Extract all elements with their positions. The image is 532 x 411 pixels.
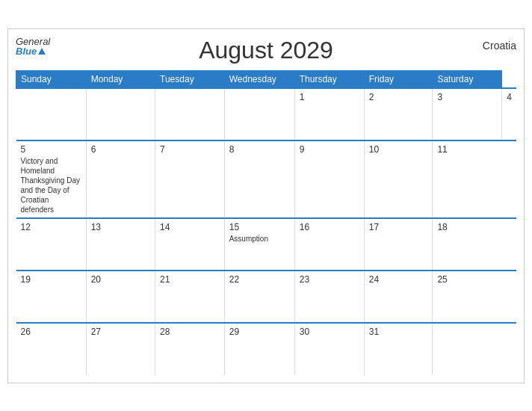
- weekday-wednesday: Wednesday: [224, 70, 294, 88]
- day-number: 4: [507, 92, 512, 102]
- calendar-day: 10: [364, 140, 433, 218]
- day-number: 31: [369, 327, 428, 337]
- calendar-day: 5Victory and Homeland Thanksgiving Day a…: [16, 140, 87, 218]
- calendar-week-row: 262728293031: [16, 323, 517, 375]
- day-number: 18: [437, 222, 497, 232]
- calendar-day: 24: [364, 271, 433, 323]
- weekday-friday: Friday: [364, 70, 433, 88]
- calendar-day: 30: [294, 323, 364, 375]
- calendar-day: 31: [364, 323, 433, 375]
- calendar-day: 6: [86, 140, 155, 218]
- calendar-week-row: 12131415Assumption161718: [16, 218, 517, 271]
- calendar-day: 8: [224, 140, 294, 218]
- weekday-tuesday: Tuesday: [155, 70, 225, 88]
- calendar-day: 17: [364, 218, 433, 271]
- day-number: 3: [437, 92, 497, 102]
- logo: General Blue: [16, 37, 50, 56]
- calendar-day: [155, 88, 225, 140]
- calendar-day: [433, 323, 502, 375]
- calendar-day: 21: [155, 271, 225, 323]
- calendar-day: 19: [16, 271, 87, 323]
- calendar-day: [224, 88, 294, 140]
- day-number: 2: [369, 92, 428, 102]
- day-number: 20: [91, 274, 150, 285]
- calendar-day: 16: [294, 218, 364, 271]
- calendar-day-empty: [16, 88, 87, 140]
- calendar-day: 2: [364, 88, 433, 140]
- calendar-day: 14: [155, 218, 225, 271]
- day-number: 24: [369, 274, 428, 285]
- day-number: 8: [229, 144, 290, 155]
- day-number: 15: [229, 222, 290, 232]
- calendar-day: 3: [433, 88, 502, 140]
- calendar-day: 15Assumption: [224, 218, 294, 271]
- month-title: August 2029: [199, 37, 333, 64]
- calendar-container: General Blue August 2029 Croatia Sunday …: [7, 28, 525, 383]
- day-number: 22: [229, 274, 290, 285]
- calendar-day: 13: [86, 218, 155, 271]
- day-number: 5: [21, 144, 81, 155]
- day-number: 23: [300, 274, 359, 285]
- logo-blue-text: Blue: [16, 46, 37, 56]
- day-number: 9: [300, 144, 359, 155]
- calendar-week-row: 19202122232425: [16, 271, 517, 323]
- calendar-day: 26: [16, 323, 87, 375]
- calendar-day: 11: [433, 140, 502, 218]
- calendar-day: 4: [502, 88, 516, 140]
- calendar-day: 27: [86, 323, 155, 375]
- calendar-day: 18: [433, 218, 502, 271]
- weekday-sunday: Sunday: [16, 70, 87, 88]
- day-number: 21: [160, 274, 220, 285]
- day-number: 17: [369, 222, 428, 232]
- day-number: 1: [300, 92, 359, 102]
- logo-general-text: General: [16, 37, 50, 46]
- calendar-day: 29: [224, 323, 294, 375]
- day-number: 19: [21, 274, 81, 285]
- day-number: 29: [229, 327, 290, 337]
- weekday-thursday: Thursday: [294, 70, 364, 88]
- calendar-day: 23: [294, 271, 364, 323]
- event-text: Victory and Homeland Thanksgiving Day an…: [21, 157, 80, 214]
- calendar-day: 9: [294, 140, 364, 218]
- weekday-monday: Monday: [86, 70, 155, 88]
- day-number: 11: [437, 144, 497, 155]
- day-number: 6: [91, 144, 150, 155]
- calendar-day: 25: [433, 271, 502, 323]
- calendar-week-row: 1234: [16, 88, 517, 140]
- day-number: 14: [160, 222, 220, 232]
- day-number: 12: [21, 222, 81, 232]
- calendar-table: Sunday Monday Tuesday Wednesday Thursday…: [16, 70, 516, 375]
- calendar-body: 12345Victory and Homeland Thanksgiving D…: [16, 88, 517, 375]
- country-label: Croatia: [483, 40, 516, 52]
- calendar-day: 12: [16, 218, 87, 271]
- logo-triangle-icon: [38, 48, 46, 55]
- day-number: 27: [91, 327, 150, 337]
- weekday-saturday: Saturday: [433, 70, 502, 88]
- calendar-day: 1: [294, 88, 364, 140]
- day-number: 28: [160, 327, 220, 337]
- day-number: 30: [300, 327, 359, 337]
- day-number: 26: [21, 327, 81, 337]
- calendar-day: 7: [155, 140, 225, 218]
- day-number: 16: [300, 222, 359, 232]
- weekday-header-row: Sunday Monday Tuesday Wednesday Thursday…: [16, 70, 517, 88]
- calendar-day-empty: [86, 88, 155, 140]
- calendar-thead: Sunday Monday Tuesday Wednesday Thursday…: [16, 70, 517, 88]
- calendar-day: 28: [155, 323, 225, 375]
- day-number: 10: [369, 144, 428, 155]
- calendar-day: 20: [86, 271, 155, 323]
- calendar-week-row: 5Victory and Homeland Thanksgiving Day a…: [16, 140, 517, 218]
- day-number: 13: [91, 222, 150, 232]
- day-number: 25: [437, 274, 497, 285]
- calendar-header: General Blue August 2029 Croatia: [16, 37, 516, 64]
- day-number: 7: [160, 144, 220, 155]
- calendar-day: 22: [224, 271, 294, 323]
- event-text: Assumption: [229, 235, 268, 243]
